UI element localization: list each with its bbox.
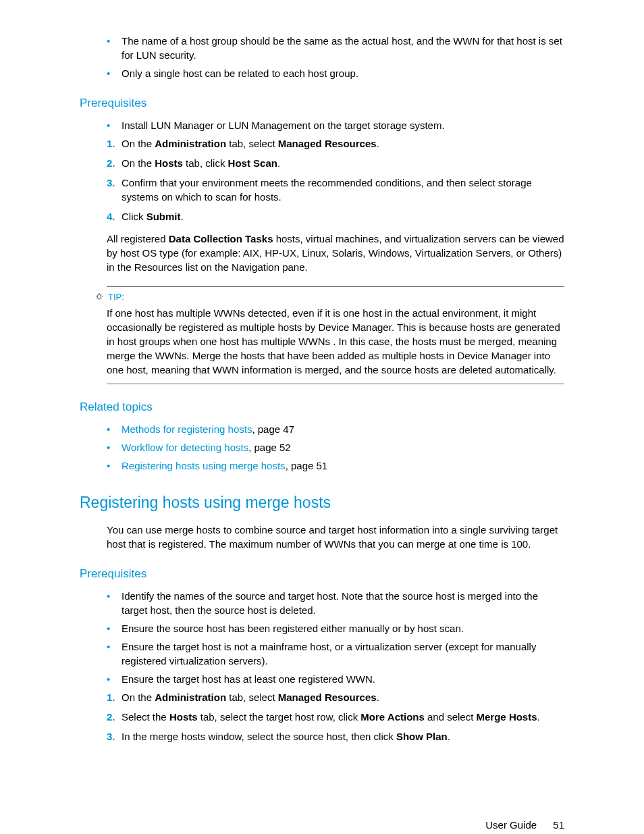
list-item: Only a single host can be related to eac… bbox=[107, 66, 564, 80]
bold-text: Hosts bbox=[155, 157, 183, 169]
tip-body: If one host has multiple WWNs detected, … bbox=[107, 306, 564, 377]
text: On the bbox=[122, 157, 155, 169]
text: , page 52 bbox=[248, 442, 291, 453]
bold-text: Managed Resources bbox=[278, 692, 377, 703]
footer-title: User Guide bbox=[485, 819, 537, 831]
list-item: Ensure the target host has at least one … bbox=[107, 672, 564, 686]
step-item: On the Administration tab, select Manage… bbox=[107, 690, 564, 704]
bold-text: Administration bbox=[155, 138, 226, 149]
bold-text: Submit bbox=[146, 211, 181, 222]
text: . bbox=[181, 211, 184, 222]
bold-text: Host Scan bbox=[228, 157, 277, 169]
step-item: Click Submit. bbox=[107, 209, 564, 224]
bold-text: Merge Hosts bbox=[477, 711, 537, 723]
steps-list-2: On the Administration tab, select Manage… bbox=[80, 690, 564, 744]
steps-list-1: On the Administration tab, select Manage… bbox=[80, 136, 564, 224]
svg-point-0 bbox=[97, 294, 101, 298]
text: tab, select bbox=[226, 138, 278, 149]
svg-line-8 bbox=[101, 294, 102, 294]
svg-line-6 bbox=[101, 298, 102, 299]
page-footer: User Guide 51 bbox=[80, 750, 564, 832]
bold-text: Hosts bbox=[169, 711, 198, 723]
text: , page 51 bbox=[286, 460, 328, 471]
bold-text: Show Plan bbox=[396, 731, 448, 742]
text: and select bbox=[425, 711, 477, 723]
bold-text: More Actions bbox=[360, 711, 424, 723]
text: On the bbox=[122, 692, 155, 703]
step-item: On the Administration tab, select Manage… bbox=[107, 136, 564, 151]
text: . bbox=[537, 711, 540, 723]
text: . bbox=[277, 157, 280, 169]
tip-label: TIP: bbox=[108, 291, 124, 303]
step-item: In the merge hosts window, select the so… bbox=[107, 729, 564, 744]
svg-line-5 bbox=[97, 294, 97, 294]
text: . bbox=[448, 731, 450, 742]
bold-text: Data Collection Tasks bbox=[169, 233, 273, 244]
svg-line-7 bbox=[97, 298, 97, 299]
text: tab, select the target host row, click bbox=[198, 711, 361, 723]
divider bbox=[107, 384, 564, 384]
text: All registered bbox=[107, 233, 169, 244]
text: tab, click bbox=[183, 157, 228, 169]
related-link-3[interactable]: Registering hosts using merge hosts bbox=[122, 460, 286, 471]
lightbulb-icon bbox=[95, 292, 104, 302]
list-item: Methods for registering hosts, page 47 bbox=[107, 422, 564, 436]
text: Click bbox=[122, 211, 146, 222]
text: . bbox=[377, 138, 379, 149]
page-content: The name of a host group should be the s… bbox=[80, 34, 564, 832]
related-link-2[interactable]: Workflow for detecting hosts bbox=[122, 442, 248, 453]
divider bbox=[107, 286, 564, 287]
related-link-1[interactable]: Methods for registering hosts bbox=[122, 423, 252, 435]
text: , page 47 bbox=[252, 423, 294, 435]
paragraph: You can use merge hosts to combine sourc… bbox=[107, 523, 564, 551]
text: tab, select bbox=[226, 692, 278, 703]
text: On the bbox=[122, 138, 155, 149]
bold-text: Administration bbox=[155, 692, 226, 703]
list-item: Install LUN Manager or LUN Management on… bbox=[107, 118, 564, 132]
text: . bbox=[377, 692, 379, 703]
prerequisites-heading-1: Prerequisites bbox=[80, 95, 564, 111]
bold-text: Managed Resources bbox=[278, 138, 377, 149]
list-item: Workflow for detecting hosts, page 52 bbox=[107, 440, 564, 454]
prerequisites-heading-2: Prerequisites bbox=[80, 566, 564, 582]
list-item: The name of a host group should be the s… bbox=[107, 34, 564, 62]
prereq-bullets-1: Install LUN Manager or LUN Management on… bbox=[80, 118, 564, 132]
text: Select the bbox=[122, 711, 169, 723]
text: In the merge hosts window, select the so… bbox=[122, 731, 396, 742]
list-item: Identify the names of the source and tar… bbox=[107, 589, 564, 617]
prereq-bullets-2: Identify the names of the source and tar… bbox=[80, 589, 564, 686]
step-item: Confirm that your environment meets the … bbox=[107, 176, 564, 204]
page-number: 51 bbox=[553, 819, 564, 831]
tip-header: TIP: bbox=[95, 291, 564, 303]
tip-box: TIP: If one host has multiple WWNs detec… bbox=[107, 286, 564, 384]
related-topics-list: Methods for registering hosts, page 47 W… bbox=[80, 422, 564, 473]
step-item: On the Hosts tab, click Host Scan. bbox=[107, 156, 564, 170]
related-topics-heading: Related topics bbox=[80, 399, 564, 415]
list-item: Registering hosts using merge hosts, pag… bbox=[107, 459, 564, 473]
list-item: Ensure the source host has been register… bbox=[107, 621, 564, 635]
paragraph: All registered Data Collection Tasks hos… bbox=[107, 232, 564, 274]
section-heading-merge-hosts: Registering hosts using merge hosts bbox=[80, 492, 564, 513]
top-bullet-list: The name of a host group should be the s… bbox=[80, 34, 564, 80]
step-item: Select the Hosts tab, select the target … bbox=[107, 710, 564, 724]
list-item: Ensure the target host is not a mainfram… bbox=[107, 640, 564, 668]
